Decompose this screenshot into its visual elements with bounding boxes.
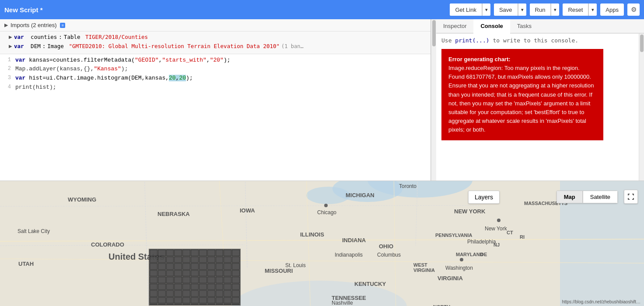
editor-scrollbar[interactable]: [431, 19, 436, 181]
save-button[interactable]: Save: [494, 3, 518, 16]
line-num-3: 3: [0, 74, 15, 82]
layers-button[interactable]: Layers: [468, 191, 500, 204]
map-svg: [0, 181, 644, 306]
map-btn[interactable]: Map: [556, 191, 583, 203]
right-tabs: Inspector Console Tasks: [436, 19, 644, 34]
kansas-overlay: [149, 249, 241, 306]
line-content-4: print(hist);: [15, 83, 430, 92]
import2-name: DEM: [31, 42, 41, 51]
svg-point-18: [497, 219, 500, 222]
fullscreen-button[interactable]: [624, 190, 638, 204]
line-num-2: 2: [0, 65, 15, 73]
main-container: ▶ Imports (2 entries) ≡ ▶ var counties :…: [0, 19, 644, 306]
settings-button[interactable]: ⚙: [627, 3, 640, 16]
line-num-1: 1: [0, 56, 15, 64]
get-link-arrow[interactable]: ▾: [482, 3, 490, 16]
import2-value: "GMTED2010: Global Multi-resolution Terr…: [66, 42, 280, 51]
error-body: Image.reduceRegion: Too many pixels in t…: [448, 65, 594, 133]
svg-point-3: [306, 187, 350, 204]
import2-arrow: ▶: [9, 42, 12, 50]
svg-point-19: [324, 204, 328, 207]
imports-label: Imports (2 entries): [10, 22, 56, 28]
console-content: Use print(...) to write to this console.…: [436, 34, 644, 181]
svg-point-20: [460, 258, 463, 261]
code-line-3: 3 var hist=ui.Chart.image.histogram(DEM,…: [0, 74, 430, 83]
code-line-2: 2 Map.addLayer(kansas,{},"Kansas");: [0, 65, 430, 74]
tab-console[interactable]: Console: [473, 19, 510, 34]
tab-inspector[interactable]: Inspector: [436, 19, 473, 33]
fullscreen-icon: [627, 193, 634, 200]
import1-arrow: ▶: [9, 33, 12, 41]
script-title: New Script *: [4, 6, 43, 14]
line-content-1: var kansas=counties.filterMetadata("GEOI…: [15, 56, 430, 65]
imports-icon: ≡: [60, 23, 65, 28]
save-group: Save ▾: [494, 3, 526, 16]
line-content-3: var hist=ui.Chart.image.histogram(DEM,ka…: [15, 74, 430, 83]
line-content-2: Map.addLayer(kansas,{},"Kansas");: [15, 65, 430, 74]
get-link-button[interactable]: Get Link: [450, 3, 482, 16]
import2-var: var: [14, 42, 24, 51]
import2-colon: :: [42, 42, 46, 51]
error-title: Error generating chart:: [448, 56, 511, 63]
right-scroll-thumb: [640, 35, 644, 52]
top-section: ▶ Imports (2 entries) ≡ ▶ var counties :…: [0, 19, 644, 181]
apps-group: Apps: [600, 3, 624, 16]
save-arrow[interactable]: ▾: [518, 3, 526, 16]
console-hint: Use print(...) to write to this console.: [441, 37, 639, 44]
reset-arrow[interactable]: ▾: [588, 3, 597, 16]
code-editor[interactable]: 1 var kansas=counties.filterMetadata("GE…: [0, 54, 430, 181]
run-arrow[interactable]: ▾: [551, 3, 559, 16]
map-type-buttons: Map Satellite: [556, 191, 618, 203]
import1-type: Table: [64, 32, 80, 42]
run-group: Run ▾: [530, 3, 560, 16]
import-line-1: ▶ var counties : Table TIGER/2018/Counti…: [9, 32, 426, 42]
import1-value: TIGER/2018/Counties: [82, 32, 148, 42]
top-bar: New Script * Get Link ▾ Save ▾ Run ▾ Res…: [0, 0, 644, 19]
editor-panel: ▶ Imports (2 entries) ≡ ▶ var counties :…: [0, 19, 431, 181]
right-scrollbar[interactable]: [639, 34, 644, 181]
imports-arrow: ▶: [4, 22, 8, 28]
apps-button[interactable]: Apps: [600, 3, 624, 16]
imports-sub: ▶ var counties : Table TIGER/2018/Counti…: [0, 31, 430, 54]
get-link-group: Get Link ▾: [450, 3, 490, 16]
run-button[interactable]: Run: [530, 3, 551, 16]
imports-bar: ▶ Imports (2 entries) ≡: [0, 19, 430, 31]
error-box: Error generating chart: Image.reduceRegi…: [441, 49, 603, 140]
editor-scroll-thumb: [432, 20, 436, 46]
import-line-2: ▶ var DEM : Image "GMTED2010: Global Mul…: [9, 42, 426, 51]
import1-name: counties: [31, 32, 57, 42]
map-section[interactable]: WYOMING NEBRASKA IOWA COLORADO UTAH MICH…: [0, 181, 644, 306]
satellite-btn[interactable]: Satellite: [583, 191, 618, 203]
reset-button[interactable]: Reset: [563, 3, 588, 16]
right-panel: Inspector Console Tasks Use print(...) t…: [436, 19, 644, 181]
import2-suffix: (1 ban…: [281, 42, 304, 51]
tab-tasks[interactable]: Tasks: [510, 19, 539, 33]
import1-var: var: [14, 32, 24, 42]
line-num-4: 4: [0, 83, 15, 91]
bottom-link: https://blog.csdn.net/zhebushibiaoshift…: [562, 299, 640, 304]
import1-colon: :: [59, 32, 62, 42]
code-line-1: 1 var kansas=counties.filterMetadata("GE…: [0, 56, 430, 65]
import2-type: Image: [47, 42, 64, 51]
code-line-4: 4 print(hist);: [0, 83, 430, 92]
reset-group: Reset ▾: [563, 3, 597, 16]
